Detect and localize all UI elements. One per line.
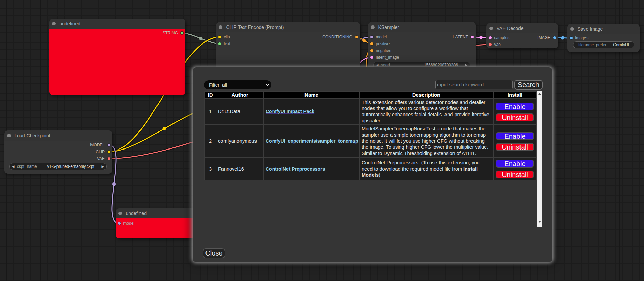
node-titlebar[interactable]: Load Checkpoint xyxy=(4,130,112,141)
slot-label: model xyxy=(123,221,135,226)
widget-left-arrow-icon[interactable]: ◀ xyxy=(374,63,381,67)
node-pack-link[interactable]: ComfyUI_experiments/sampler_tonemap xyxy=(266,138,358,144)
graph-node-undefined-top[interactable]: undefinedSTRING xyxy=(49,19,185,95)
uninstall-button[interactable]: Uninstall xyxy=(496,143,534,151)
column-header-id: ID xyxy=(204,92,216,98)
scrollbar-down-arrow-icon[interactable] xyxy=(537,219,542,225)
column-header-name: Name xyxy=(264,92,359,98)
slot-label: negative xyxy=(376,48,391,53)
widget-ckpt_name[interactable]: ◀ckpt_namev1-5-pruned-emaonly.ckpt▶ xyxy=(9,163,107,170)
node-collapse-dot[interactable] xyxy=(371,25,375,29)
slot-dot[interactable] xyxy=(107,150,111,154)
slot-dot[interactable] xyxy=(107,157,111,160)
node-title: CLIP Text Encode (Prompt) xyxy=(226,24,284,30)
node-collapse-dot[interactable] xyxy=(52,22,56,26)
table-scrollbar[interactable] xyxy=(537,91,542,227)
uninstall-button[interactable]: Uninstall xyxy=(496,113,534,121)
slot-dot[interactable] xyxy=(470,35,474,39)
search-button[interactable]: Search xyxy=(514,80,543,90)
output-slot-IMAGE[interactable]: IMAGE xyxy=(537,34,556,41)
input-slot-text[interactable]: text xyxy=(218,40,230,47)
link-center-dot xyxy=(362,39,366,42)
uninstall-button[interactable]: Uninstall xyxy=(496,171,534,178)
slot-dot[interactable] xyxy=(370,35,374,39)
node-titlebar[interactable]: CLIP Text Encode (Prompt) xyxy=(216,22,360,32)
cell-author: comfyanonymous xyxy=(216,125,264,157)
node-titlebar[interactable]: undefined xyxy=(49,19,185,29)
slot-dot[interactable] xyxy=(355,35,358,39)
slot-dot[interactable] xyxy=(107,143,111,147)
enable-button[interactable]: Enable xyxy=(496,132,534,140)
slot-dot[interactable] xyxy=(569,36,573,40)
slot-dot[interactable] xyxy=(218,42,221,46)
slot-label: text xyxy=(224,41,230,46)
cell-name: ComfyUI_experiments/sampler_tonemap xyxy=(264,125,359,157)
slot-label: CLIP xyxy=(96,150,105,154)
node-collapse-dot[interactable] xyxy=(7,134,11,138)
node-pack-link[interactable]: ControlNet Preprocessors xyxy=(266,166,325,172)
node-collapse-dot[interactable] xyxy=(570,27,574,31)
node-title: VAE Decode xyxy=(497,25,524,31)
input-slot-samples[interactable]: samples xyxy=(489,34,510,41)
input-slot-negative[interactable]: negative xyxy=(370,47,391,54)
custom-nodes-manager-dialog: Filter: all Search IDAuthorNameDescripti… xyxy=(193,67,552,262)
slot-dot[interactable] xyxy=(370,42,374,46)
widget-right-arrow-icon[interactable]: ▶ xyxy=(99,165,106,168)
scrollbar-up-arrow-icon[interactable] xyxy=(537,91,542,97)
node-title: undefined xyxy=(60,21,81,27)
node-titlebar[interactable]: VAE Decode xyxy=(486,23,558,33)
input-slot-clip[interactable]: clip xyxy=(218,34,230,40)
node-collapse-dot[interactable] xyxy=(219,25,222,29)
output-slot-CLIP[interactable]: CLIP xyxy=(96,148,110,155)
node-titlebar[interactable]: Save Image xyxy=(567,24,640,34)
slot-label: STRING xyxy=(163,31,178,35)
slot-dot[interactable] xyxy=(370,49,374,52)
widget-name: filename_prefix xyxy=(578,42,606,47)
input-slot-model[interactable]: model xyxy=(118,220,135,227)
output-slot-CONDITIONING[interactable]: CONDITIONING xyxy=(322,34,358,40)
widget-name: ckpt_name xyxy=(17,164,37,169)
input-slot-model[interactable]: model xyxy=(370,34,387,40)
graph-node-vae-decode[interactable]: VAE DecodesamplesvaeIMAGE xyxy=(486,23,558,48)
widget-right-arrow-icon[interactable]: ▶ xyxy=(463,63,470,67)
slot-dot[interactable] xyxy=(489,36,492,39)
graph-node-save-image[interactable]: Save Imageimagesfilename_prefixComfyUI xyxy=(567,24,640,52)
slot-dot[interactable] xyxy=(489,43,492,46)
output-slot-STRING[interactable]: STRING xyxy=(163,30,184,36)
cell-author: Dr.Lt.Data xyxy=(216,98,264,125)
close-button[interactable]: Close xyxy=(203,248,225,258)
table-row: 2comfyanonymousComfyUI_experiments/sampl… xyxy=(204,125,536,157)
slot-dot[interactable] xyxy=(370,56,374,59)
graph-node-load-checkpoint[interactable]: Load CheckpointMODELCLIPVAE◀ckpt_namev1-… xyxy=(4,130,112,174)
input-slot-images[interactable]: images xyxy=(569,35,589,41)
output-slot-MODEL[interactable]: MODEL xyxy=(90,142,110,148)
slot-dot[interactable] xyxy=(218,35,221,39)
node-pack-link[interactable]: ComfyUI Impact Pack xyxy=(266,109,314,114)
filter-select[interactable]: Filter: all xyxy=(204,80,271,89)
slot-dot[interactable] xyxy=(118,222,121,225)
search-input[interactable] xyxy=(435,80,513,89)
column-header-author: Author xyxy=(216,92,264,98)
enable-button[interactable]: Enable xyxy=(496,103,534,110)
slot-dot[interactable] xyxy=(180,31,184,35)
node-collapse-dot[interactable] xyxy=(118,212,122,215)
input-slot-positive[interactable]: positive xyxy=(370,40,390,47)
input-slot-latent_image[interactable]: latent_image xyxy=(370,54,399,61)
node-collapse-dot[interactable] xyxy=(489,27,493,30)
node-title: Load Checkpoint xyxy=(15,133,50,138)
node-title: Save Image xyxy=(578,26,603,32)
widget-left-arrow-icon[interactable]: ◀ xyxy=(10,165,17,168)
output-slot-VAE[interactable]: VAE xyxy=(97,155,111,162)
widget-filename_prefix[interactable]: filename_prefixComfyUI xyxy=(573,41,634,48)
input-slot-vae[interactable]: vae xyxy=(489,41,501,48)
widget-value: ComfyUI xyxy=(606,42,634,47)
cell-author: Fannovel16 xyxy=(216,157,264,180)
node-titlebar[interactable]: KSampler xyxy=(368,22,476,32)
slot-dot[interactable] xyxy=(553,36,556,39)
slot-label: model xyxy=(376,35,387,39)
enable-button[interactable]: Enable xyxy=(496,160,534,168)
output-slot-LATENT[interactable]: LATENT xyxy=(453,34,474,40)
custom-nodes-table: IDAuthorNameDescriptionInstall 1Dr.Lt.Da… xyxy=(204,91,537,180)
node-body[interactable] xyxy=(49,29,185,95)
link-center-dot xyxy=(199,37,202,40)
